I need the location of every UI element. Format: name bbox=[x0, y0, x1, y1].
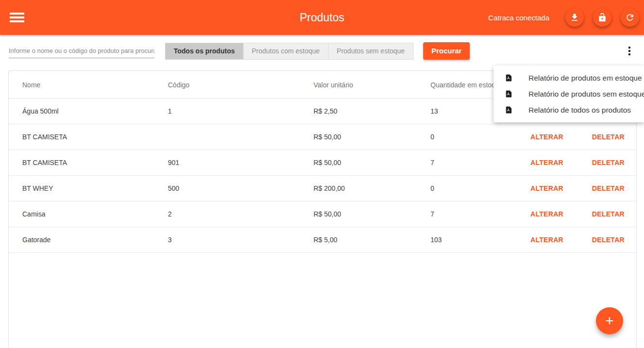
cell-nome: BT CAMISETA bbox=[9, 150, 154, 176]
menu-item-relatorio-em-estoque[interactable]: Relatório de produtos em estoque bbox=[494, 70, 644, 86]
column-codigo: Código bbox=[154, 71, 300, 99]
deletar-button[interactable]: DELETAR bbox=[592, 236, 625, 244]
alterar-button[interactable]: ALTERAR bbox=[530, 159, 563, 166]
cell-codigo: 901 bbox=[154, 150, 300, 176]
app-header: Produtos Catraca conectada bbox=[0, 0, 644, 35]
toolbar: Todos os produtos Produtos com estoque P… bbox=[0, 35, 644, 67]
reports-dropdown-menu: Relatório de produtos em estoque Relatór… bbox=[494, 66, 644, 122]
filter-tabs: Todos os produtos Produtos com estoque P… bbox=[165, 43, 413, 60]
pdf-icon bbox=[505, 74, 512, 82]
cell-nome: BT WHEY bbox=[9, 176, 154, 201]
search-input[interactable] bbox=[9, 44, 154, 58]
cell-nome: Gatorade bbox=[9, 227, 154, 253]
lock-button[interactable] bbox=[593, 8, 611, 27]
table-row: Camisa 2 R$ 50,00 7 ALTERAR DELETAR bbox=[9, 201, 636, 227]
cell-valor-unitario: R$ 5,00 bbox=[300, 227, 417, 253]
deletar-button[interactable]: DELETAR bbox=[592, 184, 625, 192]
deletar-button[interactable]: DELETAR bbox=[592, 133, 625, 141]
cell-quantidade: 7 bbox=[417, 150, 514, 176]
alterar-button[interactable]: ALTERAR bbox=[530, 133, 563, 141]
tab-produtos-sem-estoque[interactable]: Produtos sem estoque bbox=[328, 43, 413, 59]
table-row: BT WHEY 500 R$ 200,00 0 ALTERAR DELETAR bbox=[9, 176, 636, 201]
cell-valor-unitario: R$ 2,50 bbox=[300, 99, 417, 124]
menu-item-label: Relatório de produtos sem estoque bbox=[528, 90, 644, 99]
cell-nome: Camisa bbox=[9, 201, 154, 227]
cell-valor-unitario: R$ 200,00 bbox=[300, 176, 417, 201]
column-nome: Nome bbox=[9, 71, 154, 99]
cell-codigo: 500 bbox=[154, 176, 300, 201]
cell-codigo: 1 bbox=[154, 99, 300, 124]
tab-todos-os-produtos[interactable]: Todos os produtos bbox=[165, 43, 243, 59]
download-button[interactable] bbox=[565, 8, 584, 27]
cell-quantidade: 103 bbox=[417, 227, 514, 253]
column-valor-unitario: Valor unitário bbox=[300, 71, 417, 99]
cell-nome: Água 500ml bbox=[9, 99, 154, 124]
cell-quantidade: 0 bbox=[417, 124, 514, 150]
menu-item-relatorio-todos[interactable]: Relatório de todos os produtos bbox=[494, 102, 644, 118]
status-badge: Catraca conectada bbox=[488, 14, 549, 22]
cell-codigo bbox=[154, 124, 300, 150]
pdf-icon bbox=[505, 90, 512, 98]
cell-nome: BT CAMISETA bbox=[9, 124, 154, 150]
pdf-icon bbox=[505, 106, 512, 114]
menu-item-relatorio-sem-estoque[interactable]: Relatório de produtos sem estoque bbox=[494, 86, 644, 102]
cell-valor-unitario: R$ 50,00 bbox=[300, 201, 417, 227]
cell-valor-unitario: R$ 50,00 bbox=[300, 124, 417, 150]
menu-item-label: Relatório de produtos em estoque bbox=[528, 74, 642, 83]
cell-codigo: 2 bbox=[154, 201, 300, 227]
refresh-icon bbox=[625, 13, 635, 22]
header-actions: Catraca conectada bbox=[488, 8, 644, 27]
lock-open-icon bbox=[597, 13, 607, 22]
cell-valor-unitario: R$ 50,00 bbox=[300, 150, 417, 176]
cell-codigo: 3 bbox=[154, 227, 300, 253]
download-icon bbox=[570, 13, 579, 22]
kebab-menu-icon[interactable] bbox=[625, 43, 634, 59]
search-button[interactable]: Procurar bbox=[423, 42, 470, 60]
tab-produtos-com-estoque[interactable]: Produtos com estoque bbox=[243, 43, 328, 59]
refresh-button[interactable] bbox=[621, 8, 639, 27]
add-product-button[interactable]: + bbox=[596, 307, 623, 334]
table-row: Gatorade 3 R$ 5,00 103 ALTERAR DELETAR bbox=[9, 227, 636, 253]
alterar-button[interactable]: ALTERAR bbox=[530, 236, 563, 244]
table-row: BT CAMISETA R$ 50,00 0 ALTERAR DELETAR bbox=[9, 124, 636, 150]
menu-item-label: Relatório de todos os produtos bbox=[528, 106, 631, 115]
cell-quantidade: 7 bbox=[417, 201, 514, 227]
alterar-button[interactable]: ALTERAR bbox=[530, 184, 563, 192]
deletar-button[interactable]: DELETAR bbox=[592, 159, 625, 166]
alterar-button[interactable]: ALTERAR bbox=[530, 210, 563, 218]
hamburger-menu-icon[interactable] bbox=[10, 13, 24, 22]
table-row: BT CAMISETA 901 R$ 50,00 7 ALTERAR DELET… bbox=[9, 150, 636, 176]
deletar-button[interactable]: DELETAR bbox=[592, 210, 625, 218]
cell-quantidade: 0 bbox=[417, 176, 514, 201]
